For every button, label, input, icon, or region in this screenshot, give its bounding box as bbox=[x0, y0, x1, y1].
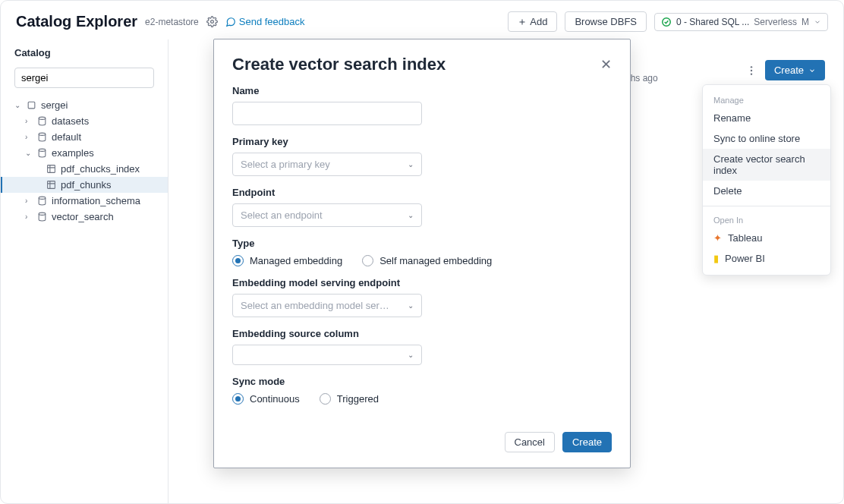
size-label: M bbox=[801, 17, 809, 27]
svg-point-5 bbox=[39, 117, 46, 119]
name-label: Name bbox=[232, 85, 612, 96]
metastore-label: e2-metastore bbox=[145, 17, 199, 27]
svg-rect-4 bbox=[28, 102, 35, 109]
menu-item-rename[interactable]: Rename bbox=[703, 108, 830, 128]
schema-icon bbox=[37, 116, 47, 126]
tree-schema-examples[interactable]: ⌄ examples bbox=[1, 145, 168, 161]
chevron-down-icon: ⌄ bbox=[408, 351, 414, 359]
create-button[interactable]: Create bbox=[765, 60, 825, 80]
more-menu-button[interactable] bbox=[745, 65, 757, 77]
menu-item-powerbi[interactable]: ▮ Power BI bbox=[703, 248, 830, 269]
chat-icon bbox=[225, 17, 236, 27]
sync-mode-label: Sync mode bbox=[232, 376, 612, 387]
browse-dbfs-button[interactable]: Browse DBFS bbox=[565, 11, 647, 32]
tree-table-pdf-chucks-index[interactable]: pdf_chucks_index bbox=[1, 161, 168, 177]
svg-point-0 bbox=[210, 20, 213, 24]
svg-point-15 bbox=[39, 213, 46, 215]
menu-section-manage: Manage bbox=[703, 91, 830, 108]
radio-icon bbox=[232, 393, 244, 405]
menu-divider bbox=[703, 206, 830, 206]
primary-key-label: Primary key bbox=[232, 136, 612, 147]
schema-icon bbox=[37, 132, 47, 142]
chevron-right-icon: › bbox=[25, 117, 33, 125]
menu-item-tableau[interactable]: ✦ Tableau bbox=[703, 228, 830, 248]
svg-rect-11 bbox=[48, 181, 55, 189]
catalog-search-input[interactable] bbox=[14, 68, 154, 88]
menu-section-openin: Open In bbox=[703, 211, 830, 228]
create-index-button[interactable]: Create bbox=[562, 432, 612, 452]
database-icon bbox=[27, 100, 36, 110]
svg-point-16 bbox=[751, 66, 752, 68]
tree-schema-vector-search[interactable]: › vector_search bbox=[1, 209, 168, 225]
chevron-down-icon: ⌄ bbox=[408, 211, 414, 219]
serverless-label: Serverless bbox=[754, 17, 797, 27]
create-dropdown-menu: Manage Rename Sync to online store Creat… bbox=[702, 84, 831, 276]
embedding-endpoint-label: Embedding model serving endpoint bbox=[232, 277, 612, 288]
svg-point-14 bbox=[39, 197, 46, 199]
chevron-down-icon: ⌄ bbox=[408, 301, 414, 310]
tree-catalog[interactable]: ⌄ sergei bbox=[1, 97, 168, 113]
chevron-down-icon: ⌄ bbox=[14, 101, 22, 109]
radio-triggered[interactable]: Triggered bbox=[320, 393, 379, 405]
menu-item-sync[interactable]: Sync to online store bbox=[703, 128, 830, 149]
svg-point-18 bbox=[751, 73, 752, 74]
endpoint-select[interactable]: Select an endpoint ⌄ bbox=[232, 203, 422, 227]
sidebar-header: Catalog bbox=[1, 44, 168, 65]
chevron-down-icon bbox=[814, 18, 821, 26]
tree-schema-default[interactable]: › default bbox=[1, 129, 168, 145]
sql-warehouse-name: 0 - Shared SQL ... bbox=[676, 17, 749, 27]
tree-table-pdf-chunks[interactable]: pdf_chunks bbox=[1, 177, 168, 193]
status-healthy-icon bbox=[661, 17, 672, 27]
tree-schema-datasets[interactable]: › datasets bbox=[1, 113, 168, 129]
radio-self-managed-embedding[interactable]: Self managed embedding bbox=[362, 255, 492, 266]
modal-title: Create vector search index bbox=[232, 55, 446, 74]
close-icon[interactable]: ✕ bbox=[600, 56, 612, 73]
schema-icon bbox=[37, 212, 47, 222]
vector-search-modal: Create vector search index ✕ Name Primar… bbox=[213, 39, 631, 468]
endpoint-label: Endpoint bbox=[232, 187, 612, 198]
chevron-down-icon: ⌄ bbox=[408, 160, 414, 169]
plus-icon bbox=[518, 17, 527, 27]
menu-item-delete[interactable]: Delete bbox=[703, 181, 830, 201]
feedback-label: Send feedback bbox=[239, 16, 305, 27]
primary-key-select[interactable]: Select a primary key ⌄ bbox=[232, 153, 422, 176]
chevron-down-icon: ⌄ bbox=[25, 149, 33, 157]
catalog-sidebar: Catalog ⌄ sergei › datasets › default ⌄ bbox=[1, 39, 168, 504]
table-icon bbox=[46, 164, 56, 174]
radio-icon bbox=[320, 393, 331, 405]
svg-rect-8 bbox=[48, 165, 55, 173]
menu-item-vector-index[interactable]: Create vector search index bbox=[703, 149, 830, 181]
schema-icon bbox=[37, 196, 47, 206]
powerbi-icon: ▮ bbox=[713, 253, 719, 264]
app-header: Catalog Explorer e2-metastore Send feedb… bbox=[1, 1, 843, 39]
send-feedback-link[interactable]: Send feedback bbox=[225, 16, 305, 27]
radio-continuous[interactable]: Continuous bbox=[232, 393, 300, 405]
embedding-endpoint-select[interactable]: Select an embedding model serving ... ⌄ bbox=[232, 294, 422, 317]
radio-icon bbox=[362, 255, 373, 266]
name-input[interactable] bbox=[232, 102, 422, 125]
cancel-button[interactable]: Cancel bbox=[505, 432, 555, 452]
add-button[interactable]: Add bbox=[508, 11, 557, 32]
embedding-column-select[interactable]: ⌄ bbox=[232, 345, 422, 365]
radio-icon bbox=[232, 255, 244, 266]
embedding-column-label: Embedding source column bbox=[232, 328, 612, 339]
page-title: Catalog Explorer bbox=[16, 13, 137, 30]
chevron-right-icon: › bbox=[25, 133, 33, 141]
chevron-down-icon bbox=[808, 67, 816, 74]
sql-warehouse-selector[interactable]: 0 - Shared SQL ... Serverless M bbox=[654, 13, 828, 31]
tableau-icon: ✦ bbox=[713, 232, 722, 244]
tree-schema-information[interactable]: › information_schema bbox=[1, 193, 168, 209]
chevron-right-icon: › bbox=[25, 197, 33, 205]
type-label: Type bbox=[232, 238, 612, 249]
svg-point-7 bbox=[39, 149, 46, 151]
catalog-tree: ⌄ sergei › datasets › default ⌄ examples bbox=[1, 96, 168, 226]
svg-point-6 bbox=[39, 133, 46, 135]
schema-icon bbox=[37, 148, 47, 158]
chevron-right-icon: › bbox=[25, 213, 33, 221]
table-icon bbox=[46, 180, 56, 190]
radio-managed-embedding[interactable]: Managed embedding bbox=[232, 255, 342, 266]
gear-icon[interactable] bbox=[206, 16, 218, 27]
svg-point-17 bbox=[751, 69, 752, 71]
